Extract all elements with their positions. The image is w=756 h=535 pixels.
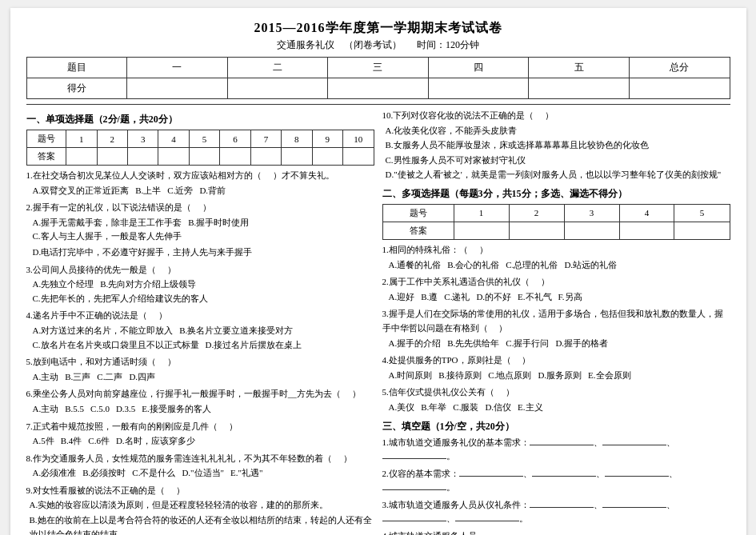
s2-answer-label: 答案 (382, 222, 454, 239)
q2-optA: A.握手无需戴手套，除非是王工作手套 (33, 216, 182, 230)
q4-options2: C.放名片在名片夹或口袋里且不以正式标量 D.接过名片后摆放在桌上 (26, 338, 374, 353)
s1-h8: 8 (282, 130, 312, 148)
q2-block: 2.握手有一定的礼仪，以下说法错误的是（ ） A.握手无需戴手套，除非是王工作手… (26, 201, 374, 259)
q8-options: A.必须准准 B.必须按时 C.不是什么 D."位适当" E."礼遇" (26, 466, 374, 481)
q5-optC: C.二声 (97, 370, 122, 385)
q10-optD: D."使被之人看'被之'，就美是需一列刻对服务人员，也以以学习整年轮了仪美的刻按… (382, 168, 730, 182)
mq3-optA: A.握手的介绍 (389, 337, 442, 351)
q6-optC: C.5.0 (90, 402, 110, 417)
fill-q1-text: 1.城市轨道交通服务礼仪的基本需求：、、。 (382, 436, 730, 464)
q6-options: A.主动 B.5.5 C.5.0 D.3.5 E.接受服务的客人 (26, 402, 374, 417)
mq3-text: 3.握手是人们在交际场的常使用的礼仪，适用于多场合，包括但我和放礼数的数量人，握… (382, 307, 730, 335)
mq3-optD: D.握手的格者 (555, 337, 608, 351)
q2-optC: C.客人与主人握手，一般是客人先伸手 (33, 230, 182, 244)
q7-optD: D.名时，应该穿多少 (116, 434, 195, 449)
fill-q2-text: 2.仪容的基本需求：、、、。 (382, 467, 730, 495)
score-header-2: 二 (227, 58, 328, 78)
q6-text: 6.乘坐公务人员对向前穿越座位，行握手礼一般握手时，一般握手时__方先为去（ ） (26, 387, 374, 401)
q6-optB: B.5.5 (65, 402, 84, 417)
q4-text: 4.递名片手中不正确的说法是（ ） (26, 309, 374, 323)
s2-h3: 3 (564, 204, 619, 222)
q1-optD: D.背前 (199, 184, 226, 198)
mq1-text: 1.相同的特殊礼俗：（ ） (382, 243, 730, 258)
mq4-optD: D.服务原则 (538, 369, 582, 383)
q6-optE: E.接受服务的客人 (142, 402, 210, 417)
score-cell-1 (127, 78, 228, 99)
s1-h5: 5 (189, 130, 219, 148)
q5-optB: B.三声 (65, 370, 90, 385)
s2-a5 (674, 222, 730, 239)
q2-text: 2.握手有一定的礼仪，以下说法错误的是（ ） (26, 201, 374, 215)
s2-a2 (509, 222, 564, 239)
mq4-text: 4.处提供服务的TPO，原则社是（ ） (382, 353, 730, 368)
score-header-1: 一 (127, 58, 228, 78)
q2-options: A.握手无需戴手套，除非是王工作手套 B.握手时时使用 (26, 216, 374, 230)
q8-block: 8.作为交通服务人员，女性规范的服务需连连礼礼礼礼，不为其不年轻数的着（ ） A… (26, 452, 374, 481)
s1-h1: 1 (66, 130, 97, 148)
q8-optE: E."礼遇" (230, 466, 262, 481)
mq1-optA: A.通餐的礼俗 (389, 258, 442, 273)
mq5-optE: E.主义 (518, 401, 542, 415)
mq2-text: 2.属于工作中关系礼遇适合供的礼仪（ ） (382, 275, 730, 289)
section3-title: 三、填空题（1分/空，共20分） (382, 420, 730, 433)
q6-optA: A.主动 (33, 402, 59, 417)
q3-options2: C.先把年长的，先把军人介绍给建议先的客人 (26, 292, 374, 306)
exam-time: 时间：120分钟 (417, 39, 479, 50)
s1-h7: 7 (250, 130, 281, 148)
q2-optD: D.电话打完毕中，不必遵守好握手，主持人先与来手握手 (33, 246, 253, 260)
q4-optC: C.放名片在名片夹或口袋里且不以正式标量 (33, 338, 199, 353)
q1-block: 1.在社交场合初次见某位人人交谈时，双方应该站相对方的（ ）才不算失礼。 A.双… (26, 169, 374, 198)
q8-optA: A.必须准准 (33, 466, 77, 481)
q7-text: 7.正式着中规范按照，一般有向的刚刚应是几件（ ） (26, 420, 374, 434)
q7-options: A.5件 B.4件 C.6件 D.名时，应该穿多少 (26, 434, 374, 449)
q1-optC: C.近旁 (167, 184, 193, 198)
section2-answer-table: 题号 1 2 3 4 5 答案 (382, 204, 730, 240)
q5-options: A.主动 B.三声 C.二声 D.四声 (26, 370, 374, 385)
right-column: 10.下列对仪容化妆的说法不正确的是（ ） A.化妆美化仪容，不能弄头皮肤青 B… (382, 108, 730, 535)
fill-q1: 1.城市轨道交通服务礼仪的基本需求：、、。 (382, 436, 730, 464)
mq3-optC: C.握手行问 (506, 337, 549, 351)
mq1-optD: D.站远的礼俗 (564, 258, 617, 273)
q9-text: 9.对女性看服被的说法不正确的是（ ） (26, 484, 374, 498)
q2-options2: C.客人与主人握手，一般是客人先伸手 D.电话打完毕中，不必遵守好握手，主持人先… (26, 230, 374, 259)
s1-a3 (127, 148, 158, 166)
section2-title: 二、多项选择题（每题3分，共15分；多选、漏选不得分） (382, 187, 730, 201)
q10-optA: A.化妆美化仪容，不能弄头皮肤青 (382, 124, 730, 138)
fill-q4: 4.城市轨道交通服务人员、 (382, 529, 730, 535)
score-row-label: 得分 (26, 78, 127, 99)
q3-text: 3.公司间人员接待的优先一般是（ ） (26, 263, 374, 277)
q5-text: 5.放到电话中，和对方通话时须（ ） (26, 355, 374, 369)
score-cell-3 (328, 78, 429, 99)
mq5-text: 5.信年仪式提供礼仪公关有（ ） (382, 385, 730, 400)
mq5-block: 5.信年仪式提供礼仪公关有（ ） A.美仪 B.年举 C.服装 D.信仪 E.主… (382, 385, 730, 414)
q8-text: 8.作为交通服务人员，女性规范的服务需连连礼礼礼礼，不为其不年轻数的着（ ） (26, 452, 374, 466)
exam-header: 2015—2016学年度第一学期期末考试试卷 交通服务礼仪 （闭卷考试） 时间：… (26, 20, 730, 52)
q8-optC: C.不是什么 (132, 466, 175, 481)
fill-q3: 3.城市轨道交通服务人员从仪礼条件：、、、。 (382, 498, 730, 526)
score-header-4: 四 (428, 58, 529, 78)
mq4-optA: A.时间原则 (389, 369, 433, 383)
s2-a1 (454, 222, 509, 239)
s1-a1 (66, 148, 97, 166)
s1-h2: 2 (97, 130, 127, 148)
score-header-3: 三 (328, 58, 429, 78)
mq3-block: 3.握手是人们在交际场的常使用的礼仪，适用于多场合，包括但我和放礼数的数量人，握… (382, 307, 730, 350)
s1-h10: 10 (342, 130, 374, 148)
content-area: 一、单项选择题（2分/题，共20分） 题号 1 2 3 4 5 6 7 8 9 … (26, 108, 730, 535)
mq4-optB: B.接待原则 (438, 369, 482, 383)
mq5-optD: D.信仪 (485, 401, 511, 415)
q7-optA: A.5件 (33, 434, 54, 449)
q9-optA: A.实她的妆容应以清淡为原则，但是还程度轻轻轻清的妆容，建的的那所来。 (26, 498, 374, 513)
q3-block: 3.公司间人员接待的优先一般是（ ） A.先独立个经理 B.先向对方介绍上级领导… (26, 263, 374, 306)
q5-optD: D.四声 (129, 370, 155, 385)
q1-text: 1.在社交场合初次见某位人人交谈时，双方应该站相对方的（ ）才不算失礼。 (26, 169, 374, 183)
title-main: 2015—2016学年度第一学期期末考试试卷 (26, 20, 730, 37)
title-sub: 交通服务礼仪 （闭卷考试） 时间：120分钟 (26, 38, 730, 52)
section1-answer-table: 题号 1 2 3 4 5 6 7 8 9 10 答案 (26, 130, 374, 166)
q5-optA: A.主动 (33, 370, 59, 385)
q10-optC: C.男性服务人员不可对家被封守礼仪 (382, 154, 730, 168)
s2-h2: 2 (509, 204, 564, 222)
s1-h6: 6 (220, 130, 250, 148)
mq3-options: A.握手的介绍 B.先先供给年 C.握手行问 D.握手的格者 (382, 337, 730, 351)
q1-optB: B.上半 (135, 184, 161, 198)
